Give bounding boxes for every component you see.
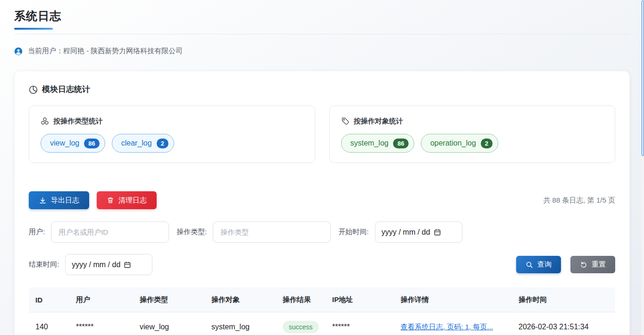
toolbar: 导出日志 清理日志 共 88 条日志, 第 1/5 页 [29,191,615,209]
current-user-text: 当前用户：程同艳 - 陕西新势力网络科技有限公司 [28,47,183,56]
tag-operation-log[interactable]: operation_log 2 [421,134,498,153]
current-user-bar: 当前用户：程同艳 - 陕西新势力网络科技有限公司 [14,47,630,56]
col-header-ip: IP地址 [326,287,394,312]
stat-card-by-object-title: 按操作对象统计 [341,116,604,126]
end-time-label: 结束时间: [29,260,59,269]
status-badge: success [283,321,319,333]
query-button-label: 查询 [537,260,552,269]
filter-row-2: 结束时间: yyyy / mm / dd 查询 重置 [29,254,615,275]
user-avatar-icon [14,47,23,56]
col-header-time: 操作时间 [512,287,615,312]
clear-logs-button[interactable]: 清理日志 [97,191,157,209]
stat-card-by-type-title: 按操作类型统计 [41,116,303,126]
tag-label: system_log [351,139,389,147]
tag-label: operation_log [430,139,476,147]
cell-ip: ****** [326,312,394,335]
cell-result: success [276,312,326,335]
tag-icon [341,117,350,125]
type-tag-row: view_log 86 clear_log 2 [41,134,303,153]
stat-card-by-object: 按操作对象统计 system_log 86 operation_log 2 [329,106,616,163]
cell-object: system_log [205,312,276,335]
cell-time: 2026-02-03 21:51:34 [512,312,615,335]
tag-count-badge: 86 [393,139,408,148]
date-placeholder: yyyy / mm / dd [72,261,120,269]
export-logs-button[interactable]: 导出日志 [29,191,89,209]
clear-logs-label: 清理日志 [118,196,147,205]
table-header-row: ID 用户 操作类型 操作对象 操作结果 IP地址 操作详情 操作时间 [29,287,615,312]
tag-label: view_log [50,139,79,147]
header-divider [14,34,630,34]
start-time-label: 开始时间: [338,228,368,237]
download-icon [39,196,47,204]
cell-user: ****** [69,312,133,335]
title-underline [14,28,53,30]
scrollbar-thumb[interactable] [642,0,644,156]
end-date-input[interactable]: yyyy / mm / dd [65,254,152,275]
type-filter-label: 操作类型: [176,228,207,237]
col-header-result: 操作结果 [276,287,326,312]
cluster-icon [41,117,49,125]
stats-section-title-text: 模块日志统计 [42,84,90,95]
cell-type: view_log [133,312,205,335]
user-filter-input[interactable] [51,221,169,243]
trash-icon [107,196,114,204]
user-filter-label: 用户: [29,228,45,237]
tag-count-badge: 86 [84,139,99,148]
reset-button[interactable]: 重置 [570,256,615,273]
page-title: 系统日志 [14,8,630,24]
log-table: ID 用户 操作类型 操作对象 操作结果 IP地址 操作详情 操作时间 140 … [29,287,615,335]
col-header-user: 用户 [69,287,133,312]
date-placeholder: yyyy / mm / dd [382,228,430,237]
main-card: 模块日志统计 按操作类型统计 view_log 86 clear_log 2 [14,71,630,335]
table-row: 140 ****** view_log system_log success *… [29,312,615,335]
col-header-object: 操作对象 [205,287,276,312]
stat-card-by-object-title-text: 按操作对象统计 [354,116,403,126]
calendar-icon[interactable] [124,261,131,269]
stats-section-title: 模块日志统计 [29,84,615,95]
cell-id: 140 [29,312,69,335]
reset-button-label: 重置 [592,260,606,269]
export-logs-label: 导出日志 [51,196,79,205]
start-date-input[interactable]: yyyy / mm / dd [375,221,462,243]
tag-view-log[interactable]: view_log 86 [41,134,105,153]
page-header: 系统日志 [0,0,644,30]
pie-chart-icon [29,85,38,94]
filter-row-1: 用户: 操作类型: 开始时间: yyyy / mm / dd [29,221,615,243]
stat-cards: 按操作类型统计 view_log 86 clear_log 2 按操作对象统计 [29,106,615,163]
tag-count-badge: 2 [481,139,493,148]
reset-icon [580,261,587,269]
query-button[interactable]: 查询 [516,256,561,273]
tag-system-log[interactable]: system_log 86 [341,134,414,153]
type-filter-input[interactable] [213,221,331,243]
col-header-id: ID [29,287,69,312]
cell-detail: 查看系统日志, 页码: 1, 每页... [394,312,512,335]
calendar-icon[interactable] [434,229,441,236]
stat-card-by-type: 按操作类型统计 view_log 86 clear_log 2 [29,106,315,163]
search-icon [526,261,533,269]
tag-label: clear_log [121,139,152,147]
detail-link[interactable]: 查看系统日志, 页码: 1, 每页... [401,323,493,331]
tag-count-badge: 2 [157,139,168,148]
col-header-detail: 操作详情 [394,287,512,312]
log-count-summary: 共 88 条日志, 第 1/5 页 [543,196,615,205]
tag-clear-log[interactable]: clear_log 2 [112,134,174,153]
object-tag-row: system_log 86 operation_log 2 [341,134,604,153]
stat-card-by-type-title-text: 按操作类型统计 [53,116,103,126]
col-header-type: 操作类型 [133,287,205,312]
